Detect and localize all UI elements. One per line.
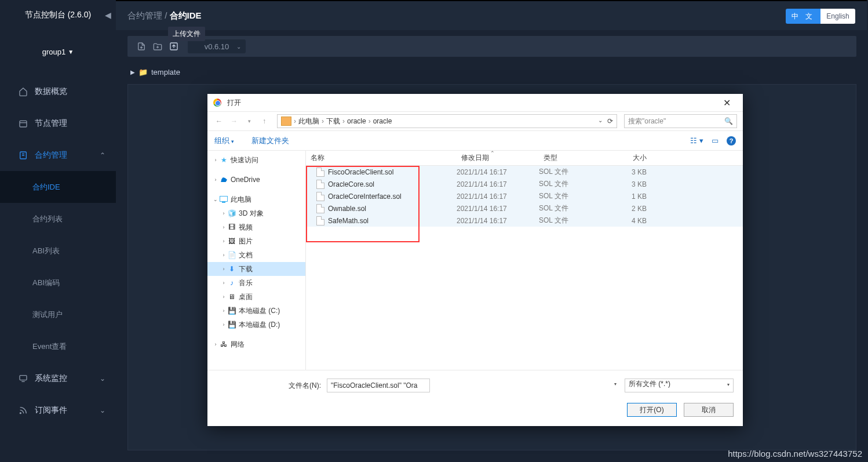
chevron-up-icon: ⌃ [100, 151, 105, 159]
file-type: SOL 文件 [539, 191, 607, 201]
nav-data-overview[interactable]: 数据概览 [0, 75, 116, 107]
side-3d-objects[interactable]: ›🧊3D 对象 [207, 206, 305, 220]
console-title-bar: 节点控制台 (2.6.0) ◀ [0, 0, 116, 30]
watermark: https://blog.csdn.net/ws327443752 [728, 449, 862, 459]
path-seg-oracle2[interactable]: oracle [373, 117, 392, 125]
organize-menu[interactable]: 组织 [214, 136, 234, 146]
side-desktop[interactable]: ›🖥桌面 [207, 290, 305, 304]
nav-abi-list[interactable]: ABI列表 [0, 235, 116, 267]
monitor-icon [19, 374, 28, 383]
file-row[interactable]: FiscoOracleClient.sol2021/1/14 16:17SOL … [306, 166, 743, 178]
file-size: 3 KB [607, 168, 651, 176]
new-file-icon[interactable] [133, 38, 149, 54]
search-icon: 🔍 [724, 117, 733, 125]
side-videos[interactable]: ›🎞视频 [207, 220, 305, 234]
filename-label: 文件名(N): [217, 381, 321, 391]
path-seg-pc[interactable]: 此电脑 [298, 117, 319, 126]
col-type[interactable]: 类型 [539, 153, 607, 163]
side-onedrive[interactable]: ›OneDrive [207, 173, 305, 187]
view-mode-icon[interactable]: ☷ ▾ [690, 136, 703, 145]
file-date: 2021/1/14 16:17 [457, 217, 539, 225]
lang-zh-button[interactable]: 中 文 [786, 9, 820, 24]
path-seg-oracle1[interactable]: oracle [347, 117, 366, 125]
dialog-footer: 文件名(N): ▾ 所有文件 (*.*) ▾ 打开(O) 取消 [207, 370, 743, 426]
path-bar[interactable]: › 此电脑› 下载› oracle› oracle ⌄ ⟳ [277, 114, 617, 128]
filetype-select[interactable]: 所有文件 (*.*) ▾ [625, 379, 734, 392]
side-quick-access[interactable]: ›★快速访问 [207, 153, 305, 167]
file-tree: ▶ 📁 template [130, 63, 856, 81]
file-type: SOL 文件 [539, 216, 607, 225]
side-disk-d[interactable]: ›💾本地磁盘 (D:) [207, 318, 305, 332]
new-folder-icon[interactable] [149, 38, 166, 54]
file-name: Ownable.sol [328, 205, 366, 213]
side-pictures[interactable]: ›🖼图片 [207, 234, 305, 248]
rss-icon [19, 406, 28, 415]
search-placeholder: 搜索"oracle" [628, 117, 666, 126]
path-seg-downloads[interactable]: 下载 [326, 117, 340, 126]
nav-contract-ide[interactable]: 合约IDE [0, 171, 116, 203]
file-date: 2021/1/14 16:17 [457, 205, 539, 213]
path-dropdown-icon[interactable]: ⌄ [598, 117, 603, 125]
filename-input[interactable] [327, 379, 430, 392]
close-icon[interactable]: ✕ [716, 94, 737, 111]
file-size: 3 KB [607, 180, 651, 188]
file-size: 4 KB [607, 217, 651, 225]
nav-event-view[interactable]: Event查看 [0, 330, 116, 362]
open-button[interactable]: 打开(O) [627, 403, 677, 417]
new-folder-link[interactable]: 新建文件夹 [251, 136, 289, 146]
nav-forward-icon[interactable]: → [228, 115, 240, 127]
side-downloads[interactable]: ›⬇下载 [207, 262, 305, 276]
tree-folder-template[interactable]: ▶ 📁 template [130, 63, 856, 81]
collapse-sidebar-icon[interactable]: ◀ [105, 10, 111, 20]
chevron-down-icon: ▾ [727, 382, 730, 387]
file-row[interactable]: SafeMath.sol2021/1/14 16:17SOL 文件4 KB [306, 214, 743, 227]
file-date: 2021/1/14 16:17 [457, 168, 539, 176]
col-name[interactable]: 名称 [306, 153, 457, 163]
compiler-version-select[interactable]: v0.6.10 ⌄ [188, 39, 246, 53]
nav-abi-encode[interactable]: ABI编码 [0, 267, 116, 299]
col-modified[interactable]: 修改日期 [457, 153, 539, 163]
nav-subscribe[interactable]: 订阅事件 ⌄ [0, 394, 116, 426]
side-network[interactable]: ›🖧网络 [207, 337, 305, 351]
refresh-icon[interactable]: ⟳ [607, 117, 613, 125]
side-this-pc[interactable]: ⌄此电脑 [207, 192, 305, 206]
side-disk-c[interactable]: ›💾本地磁盘 (C:) [207, 304, 305, 318]
calendar-icon [19, 119, 28, 128]
chevron-down-icon: ▼ [68, 49, 74, 55]
svg-rect-0 [20, 121, 27, 127]
breadcrumb-parent[interactable]: 合约管理 [127, 10, 162, 20]
filename-dropdown-icon[interactable]: ▾ [614, 381, 617, 387]
preview-pane-icon[interactable]: ▭ [712, 136, 719, 145]
folder-icon: 📁 [138, 68, 148, 77]
nav-test-user[interactable]: 测试用户 [0, 299, 116, 330]
nav-back-icon[interactable]: ← [213, 115, 225, 127]
side-music[interactable]: ›♪音乐 [207, 276, 305, 290]
file-name: SafeMath.sol [328, 217, 369, 225]
nav-up-icon[interactable]: ↑ [258, 115, 270, 127]
nav-node-manage[interactable]: 节点管理 [0, 107, 116, 139]
nav-system-monitor[interactable]: 系统监控 ⌄ [0, 362, 116, 394]
contract-icon [19, 151, 28, 160]
file-row[interactable]: Ownable.sol2021/1/14 16:17SOL 文件2 KB [306, 202, 743, 214]
side-documents[interactable]: ›📄文档 [207, 248, 305, 262]
home-icon [19, 87, 28, 96]
nav-contract-manage[interactable]: 合约管理 ⌃ [0, 139, 116, 171]
breadcrumb: 合约管理 / 合约IDE [127, 10, 202, 21]
help-icon[interactable]: ? [727, 136, 736, 145]
search-input[interactable]: 搜索"oracle" 🔍 [624, 114, 737, 128]
col-size[interactable]: 大小 [607, 153, 651, 163]
lang-en-button[interactable]: English [820, 9, 855, 24]
file-name: OracleCoreInterface.sol [328, 192, 402, 201]
chevron-down-icon: ⌄ [100, 406, 105, 414]
console-title: 节点控制台 (2.6.0) [25, 10, 91, 20]
nav-recent-icon[interactable]: ▾ [243, 115, 255, 127]
cancel-button[interactable]: 取消 [684, 403, 734, 417]
group-selector[interactable]: group1 ▼ [0, 37, 116, 66]
nav-contract-list[interactable]: 合约列表 [0, 203, 116, 235]
upload-tooltip: 上传文件 [168, 27, 205, 41]
file-row[interactable]: OracleCore.sol2021/1/14 16:17SOL 文件3 KB [306, 178, 743, 190]
svg-rect-2 [20, 375, 27, 380]
file-date: 2021/1/14 16:17 [457, 192, 539, 201]
file-row[interactable]: OracleCoreInterface.sol2021/1/14 16:17SO… [306, 190, 743, 202]
dialog-sidebar: ›★快速访问 ›OneDrive ⌄此电脑 ›🧊3D 对象 ›🎞视频 ›🖼图片 … [207, 151, 306, 370]
